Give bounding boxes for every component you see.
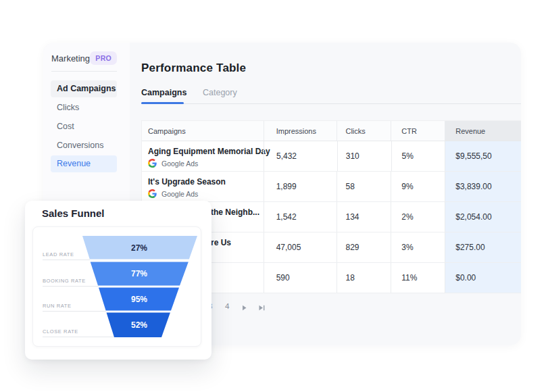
impressions-cell: 1,899 <box>264 172 337 201</box>
ctr-cell: 5% <box>391 141 445 171</box>
revenue-cell: $3,839.00 <box>445 172 521 201</box>
column-header-campaigns[interactable]: Campaigns <box>142 121 264 141</box>
sidebar-item-cost[interactable]: Cost <box>51 118 117 135</box>
campaign-name: Aging Equipment Memorial Day <box>148 147 270 157</box>
sidebar-app-label: Marketing <box>51 53 90 64</box>
impressions-cell: 590 <box>264 263 337 293</box>
sidebar-item-revenue[interactable]: Revenue <box>51 155 117 172</box>
google-ads-icon <box>148 189 157 198</box>
page-button-4[interactable]: 4 <box>225 302 229 310</box>
active-tab-indicator <box>141 102 184 104</box>
table-row[interactable]: It's Upgrade Season Google Ads 1,899 58 … <box>142 172 521 202</box>
revenue-cell: $9,555,50 <box>445 141 521 171</box>
campaign-cell: Aging Equipment Memorial Day Google Ads <box>142 141 264 171</box>
sidebar-item-clicks[interactable]: Clicks <box>51 99 117 116</box>
clicks-cell: 58 <box>337 172 391 201</box>
sidebar-item-conversions[interactable]: Conversions <box>51 137 117 154</box>
campaign-name: re Us <box>211 238 231 248</box>
campaign-name: the Neighb... <box>211 207 259 218</box>
impressions-cell: 1,542 <box>264 202 337 232</box>
funnel-value-lead: 27% <box>131 243 147 253</box>
column-header-ctr[interactable]: CTR <box>391 121 445 141</box>
sidebar-header: Marketing PRO <box>51 50 117 66</box>
column-header-revenue[interactable]: Revenue <box>445 121 521 141</box>
clicks-cell: 829 <box>337 232 391 262</box>
google-ads-icon <box>148 159 157 168</box>
tab-campaigns[interactable]: Campaigns <box>141 88 186 97</box>
clicks-cell: 18 <box>337 263 391 293</box>
revenue-cell: $0.00 <box>445 263 521 293</box>
campaign-source-label: Google Ads <box>161 190 198 198</box>
table-header-row: Campaigns Impressions Clicks CTR Revenue <box>142 121 521 141</box>
campaign-cell: It's Upgrade Season Google Ads <box>142 172 264 201</box>
impressions-cell: 47,005 <box>264 232 337 262</box>
ctr-cell: 11% <box>391 263 445 293</box>
funnel-value-run: 95% <box>131 295 147 304</box>
clicks-cell: 310 <box>337 141 391 171</box>
ctr-cell: 9% <box>391 172 445 201</box>
column-header-clicks[interactable]: Clicks <box>337 121 391 141</box>
sales-funnel-title: Sales Funnel <box>42 207 105 219</box>
revenue-cell: $2,054.00 <box>445 202 521 232</box>
impressions-cell: 5,432 <box>264 141 337 171</box>
pro-badge: PRO <box>90 51 117 65</box>
sales-funnel-card: Sales Funnel LEAD RATE BOOKING RATE RUN … <box>25 201 211 360</box>
revenue-cell: $275.00 <box>445 232 521 262</box>
next-page-icon[interactable] <box>241 305 247 311</box>
page-title: Performance Table <box>141 62 246 75</box>
clicks-cell: 134 <box>337 202 391 232</box>
column-header-impressions[interactable]: Impressions <box>264 121 337 141</box>
sidebar-divider <box>51 71 117 72</box>
table-row[interactable]: Aging Equipment Memorial Day Google Ads … <box>142 141 521 172</box>
campaign-source: Google Ads <box>148 159 198 168</box>
sidebar-item-ad-campaigns[interactable]: Ad Campaigns <box>51 80 117 97</box>
ctr-cell: 3% <box>391 232 445 262</box>
campaign-name: It's Upgrade Season <box>148 177 226 187</box>
dashboard-screenshot: Marketing PRO Ad Campaigns Clicks Cost C… <box>0 0 548 392</box>
campaign-source: Google Ads <box>148 189 198 198</box>
funnel-value-close: 52% <box>131 320 147 330</box>
ctr-cell: 2% <box>391 202 445 232</box>
funnel-value-booking: 77% <box>131 269 147 278</box>
last-page-icon[interactable] <box>258 305 266 311</box>
tabs-divider <box>141 103 521 104</box>
campaign-source-label: Google Ads <box>161 160 198 168</box>
funnel-chart: LEAD RATE BOOKING RATE RUN RATE CLOSE RA… <box>32 226 201 347</box>
tab-category[interactable]: Category <box>203 88 237 97</box>
